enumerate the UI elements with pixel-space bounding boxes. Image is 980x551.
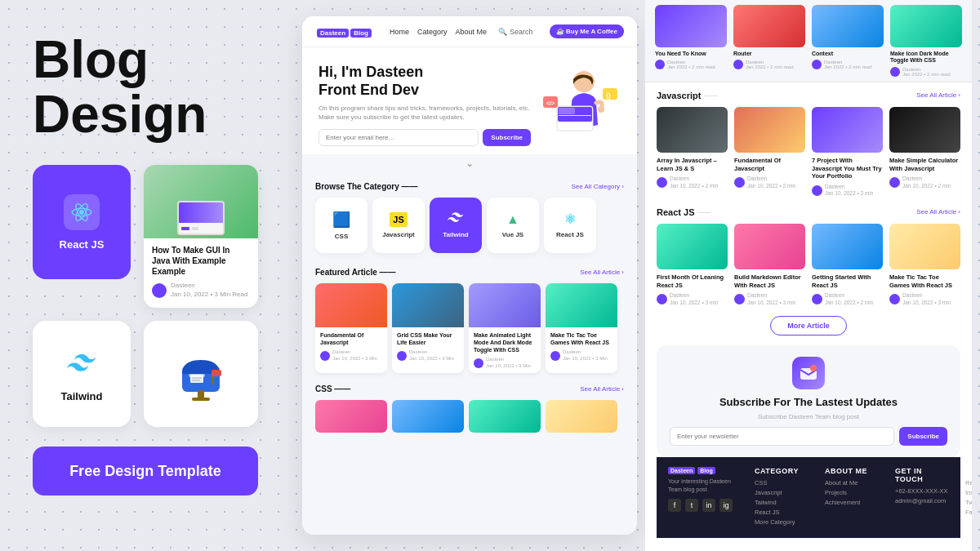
cat-tailwind[interactable]: Tailwind	[430, 198, 482, 253]
social-facebook[interactable]: f	[668, 499, 681, 512]
r-art-js-title-1: Array In Javascript – Learn JS & S	[657, 157, 728, 173]
cat-css[interactable]: 🟦 CSS	[315, 198, 368, 253]
footer-link-twitter-follow[interactable]: Twitter	[965, 499, 972, 506]
social-linkedin[interactable]: in	[702, 499, 715, 512]
top-art-title-1: You Need To Know	[655, 51, 727, 57]
r-art-js-4[interactable]: Make Simple Calculator With Javascript D…	[889, 107, 960, 198]
footer-link-phone[interactable]: +62-8XXX-XXX-XX	[895, 487, 952, 495]
r-art-react-2[interactable]: Build Markdown Editor With React JS Dast…	[734, 224, 805, 306]
js-section: Javascript See All Article › Array In Ja…	[657, 91, 960, 198]
css-see-all[interactable]: See All Article ›	[580, 385, 624, 393]
r-art-js-2[interactable]: Fundamental Of Javascript DasteenJan 10,…	[734, 107, 805, 198]
subscribe-email-input[interactable]	[670, 427, 894, 446]
r-art-react-3[interactable]: Getting Started With React JS DasteenJan…	[812, 224, 883, 306]
footer-link-tailwind[interactable]: Tailwind	[755, 499, 812, 506]
css-thumb-3	[469, 400, 541, 433]
react-see-all[interactable]: See All Article ›	[916, 208, 960, 216]
featured-articles: Fundamental Of Javascript DasteenJan 10,…	[315, 283, 624, 374]
card-reactjs[interactable]: React JS	[33, 165, 131, 279]
css-thumb-4	[546, 400, 617, 433]
category-section: Browse The Category —— See All Category …	[302, 172, 637, 258]
r-art-js-title-3: 7 Project With Javascript You Must Try Y…	[812, 157, 883, 180]
tailwind-label: Tailwind	[60, 390, 102, 402]
card-blog-meta: Dasteen Jan 10, 2022 • 3 Min Read	[152, 282, 250, 299]
top-art-title-3: Context	[812, 51, 884, 57]
reactjs-section-title: React JS	[657, 207, 710, 217]
subscribe-desc: Subscribe Dasteen Team blog post	[670, 413, 947, 420]
footer-link-js[interactable]: Javascript	[755, 489, 812, 496]
footer-link-aboutme[interactable]: About at Me	[825, 479, 882, 487]
cat-vuejs[interactable]: ▲ Vue JS	[487, 198, 539, 253]
art-card-4[interactable]: Make Tic Tac Toe Games With React JS Das…	[546, 283, 617, 374]
r-art-react-1[interactable]: First Month Of Leaning React JS DasteenJ…	[657, 224, 728, 306]
category-cards: 🟦 CSS JS Javascript Tailwind ▲ Vue JS	[315, 198, 624, 253]
social-instagram[interactable]: ig	[719, 499, 733, 512]
nav-category[interactable]: Category	[417, 28, 448, 36]
hero-title: Hi, I'm Dasteen Front End Dev	[318, 64, 531, 99]
cat-reactjs[interactable]: ⚛ React JS	[544, 198, 596, 253]
footer-link-css[interactable]: CSS	[755, 479, 812, 487]
r-art-js-3[interactable]: 7 Project With Javascript You Must Try Y…	[812, 107, 883, 198]
social-twitter[interactable]: t	[685, 499, 698, 512]
search-icon: 🔍	[498, 28, 507, 36]
footer-link-projects[interactable]: Projects	[825, 489, 882, 496]
top-art-2[interactable]: Router DasteenJan 2022 • 2 min read	[733, 5, 805, 77]
featured-see-all[interactable]: See All Article ›	[580, 269, 624, 276]
top-art-thumb-2	[733, 5, 805, 47]
subscribe-icon	[792, 357, 825, 389]
footer-link-instagram[interactable]: Instagram	[965, 489, 972, 496]
card-blog-post[interactable]: How To Make GUI In Java With Example Exa…	[144, 165, 258, 308]
cat-javascript[interactable]: JS Javascript	[372, 198, 425, 253]
art-card-3[interactable]: Make Animated Light Mode And Dark Mode T…	[469, 283, 541, 374]
cat-tailwind-label: Tailwind	[443, 231, 468, 238]
footer-link-more[interactable]: More Category	[755, 518, 812, 526]
reactjs-label: React JS	[60, 238, 105, 251]
css-icon: 🟦	[332, 211, 350, 229]
free-template-button[interactable]: Free Design Template	[33, 447, 258, 495]
footer-col-contact-title: GET IN TOUCH	[895, 467, 952, 483]
react-articles: First Month Of Leaning React JS DasteenJ…	[657, 224, 960, 306]
r-art-js-1[interactable]: Array In Javascript – Learn JS & S Daste…	[657, 107, 728, 198]
top-art-1[interactable]: You Need To Know DasteenJan 2022 • 2 min…	[655, 5, 727, 77]
buy-coffee-button[interactable]: ☕ Buy Me A Coffee	[550, 24, 624, 38]
more-article-button[interactable]: More Article	[770, 316, 847, 335]
page-title: Blog Design	[33, 33, 286, 142]
top-art-3[interactable]: Context DasteenJan 2022 • 2 min read	[812, 5, 884, 77]
nav-about[interactable]: About Me	[455, 28, 487, 36]
nav-search[interactable]: 🔍 Search	[498, 28, 533, 36]
cat-react-label: React JS	[556, 231, 584, 238]
art-card-1[interactable]: Fundamental Of Javascript DasteenJan 10,…	[315, 283, 387, 374]
art-card-2[interactable]: Grid CSS Make Your Life Easier DasteenJa…	[392, 283, 464, 374]
subscribe-section: Subscribe For The Lastest Updates Subscr…	[657, 345, 960, 457]
hero-email-input[interactable]	[318, 129, 479, 146]
r-art-react-4[interactable]: Make Tic Tac Toe Games With React JS Das…	[889, 224, 960, 306]
css-section-header: CSS —— See All Article ›	[315, 384, 624, 393]
hero-description: On this program share tips and tricks, f…	[318, 104, 531, 122]
scroll-chevron[interactable]: ⌄	[302, 154, 637, 172]
card-blog-avatar	[152, 283, 167, 298]
footer-link-facebook[interactable]: Facebook	[965, 509, 972, 516]
footer-link-react[interactable]: React JS	[755, 509, 812, 516]
nav-home[interactable]: Home	[390, 28, 409, 36]
svg-rect-7	[192, 398, 210, 401]
featured-title: Featured Article ——	[315, 268, 396, 277]
right-panel: You Need To Know DasteenJan 2022 • 2 min…	[645, 0, 972, 551]
footer-col-about-title: ABOUT ME	[825, 467, 882, 475]
footer-link-achievement[interactable]: Achievement	[825, 499, 882, 506]
card-mailbox[interactable]	[144, 321, 258, 427]
subscribe-form: Subscribe	[670, 427, 947, 446]
art-thumb-2	[392, 283, 464, 327]
subscribe-button[interactable]: Subscribe	[899, 427, 947, 446]
svg-rect-9	[212, 370, 221, 376]
cards-row-1: React JS How To Make GUI In Java With Ex…	[33, 165, 286, 308]
card-tailwind[interactable]: Tailwind	[33, 321, 131, 427]
r-art-js-thumb-3	[812, 107, 883, 153]
hero-text: Hi, I'm Dasteen Front End Dev On this pr…	[318, 64, 531, 146]
category-see-all[interactable]: See All Category ›	[572, 183, 624, 190]
footer-link-reactjs[interactable]: React.js	[965, 479, 972, 487]
js-see-all[interactable]: See All Article ›	[916, 91, 960, 99]
footer-link-email[interactable]: admin@gmail.com	[895, 497, 952, 504]
svg-rect-10	[190, 375, 203, 383]
top-art-4[interactable]: Make Icon Dark Mode Toggle With CSS Dast…	[890, 5, 962, 77]
hero-subscribe-button[interactable]: Subscribe	[483, 129, 531, 146]
